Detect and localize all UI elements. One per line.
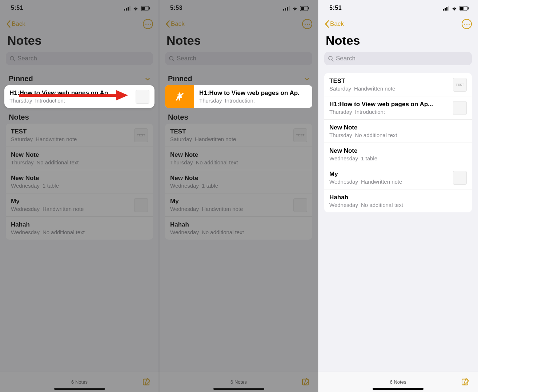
nav-bar: Back xyxy=(159,16,318,32)
note-row[interactable]: New NoteWednesday1 table xyxy=(324,143,472,166)
cellular-icon xyxy=(124,5,131,11)
note-row[interactable]: New NoteThursdayNo additional text xyxy=(6,147,153,170)
blank xyxy=(478,0,554,392)
compose-button[interactable] xyxy=(461,377,470,387)
search-input[interactable]: Search xyxy=(165,52,312,65)
home-indicator[interactable] xyxy=(373,388,423,390)
notes-header: Notes xyxy=(0,108,159,124)
status-indicators xyxy=(124,5,150,11)
notes-label: Notes xyxy=(168,113,188,121)
note-row[interactable]: HahahWednesdayNo additional text xyxy=(165,217,312,240)
search-placeholder: Search xyxy=(336,55,356,62)
note-meta: Wednesday1 table xyxy=(170,183,307,189)
status-indicators xyxy=(283,5,309,11)
note-title: New Note xyxy=(11,151,148,159)
note-title: Hahah xyxy=(11,221,148,228)
note-meta: WednesdayHandwritten note xyxy=(170,206,290,212)
note-title: TEST xyxy=(329,77,450,85)
battery-icon xyxy=(459,5,469,11)
note-title: Hahah xyxy=(170,221,307,228)
status-bar: 5:51 xyxy=(0,0,159,16)
svg-rect-13 xyxy=(285,8,286,11)
note-thumb-icon: TEST xyxy=(134,128,148,142)
svg-rect-14 xyxy=(287,7,288,11)
note-thumb-icon xyxy=(453,171,467,185)
note-row[interactable]: TESTSaturdayHandwritten noteTEST xyxy=(6,124,153,147)
back-label: Back xyxy=(330,20,344,28)
nav-bar: Back xyxy=(0,16,159,32)
svg-line-31 xyxy=(332,60,333,61)
svg-rect-29 xyxy=(468,7,469,9)
pinned-label: Pinned xyxy=(168,75,192,83)
note-meta: ThursdayIntroduction: xyxy=(329,109,450,115)
status-time: 5:51 xyxy=(329,5,342,11)
svg-rect-17 xyxy=(301,7,304,10)
chevron-down-icon xyxy=(145,75,150,83)
unpin-action[interactable] xyxy=(165,85,194,108)
notes-list: TESTSaturdayHandwritten noteTESTNew Note… xyxy=(165,124,312,240)
note-thumb-icon xyxy=(136,90,149,104)
svg-rect-25 xyxy=(446,7,447,11)
svg-line-8 xyxy=(13,60,15,61)
note-row[interactable]: New NoteThursdayNo additional text xyxy=(165,147,312,170)
note-meta: ThursdayNo additional text xyxy=(170,159,307,165)
more-button[interactable] xyxy=(143,19,153,29)
back-button[interactable]: Back xyxy=(165,20,185,28)
more-button[interactable] xyxy=(302,19,312,29)
note-row[interactable]: MyWednesdayHandwritten note xyxy=(324,166,472,189)
back-label: Back xyxy=(171,20,185,28)
svg-marker-10 xyxy=(116,90,128,100)
svg-rect-6 xyxy=(149,7,150,9)
note-title: TEST xyxy=(11,128,131,135)
home-indicator[interactable] xyxy=(54,388,105,390)
pinned-note-row[interactable]: H1:How to View web pages on Ap ThursdayI… xyxy=(4,85,154,108)
note-row[interactable]: New NoteThursdayNo additional text xyxy=(324,120,472,143)
pinned-header[interactable]: Pinned xyxy=(159,69,318,85)
more-button[interactable] xyxy=(462,19,472,29)
note-row[interactable]: TESTSaturdayHandwritten noteTEST xyxy=(324,73,472,96)
svg-rect-15 xyxy=(289,6,290,11)
note-row[interactable]: New NoteWednesday1 table xyxy=(6,170,153,193)
note-title: New Note xyxy=(170,151,307,159)
note-title: H1:How to View web pages on Ap. xyxy=(199,89,307,97)
back-button[interactable]: Back xyxy=(6,20,25,28)
note-meta: WednesdayNo additional text xyxy=(170,229,307,235)
notes-list: TESTSaturdayHandwritten noteTESTNew Note… xyxy=(6,124,153,240)
ellipsis-icon xyxy=(305,24,310,25)
svg-rect-12 xyxy=(283,9,284,11)
battery-icon xyxy=(300,5,309,11)
note-meta: SaturdayHandwritten note xyxy=(170,136,290,142)
svg-rect-23 xyxy=(443,9,444,11)
note-meta: WednesdayHandwritten note xyxy=(329,179,450,185)
note-row[interactable]: New NoteWednesday1 table xyxy=(165,170,312,193)
note-row[interactable]: MyWednesdayHandwritten note xyxy=(165,193,312,217)
pinned-note-swipe-row[interactable]: H1:How to View web pages on Ap. Thursday… xyxy=(165,85,312,108)
back-label: Back xyxy=(12,20,25,28)
compose-button[interactable] xyxy=(301,377,310,387)
note-title: My xyxy=(11,198,131,205)
toolbar: 6 Notes xyxy=(0,372,159,392)
note-row[interactable]: TESTSaturdayHandwritten noteTEST xyxy=(165,124,312,147)
status-bar: 5:51 xyxy=(318,0,478,16)
page-title: Notes xyxy=(318,32,478,51)
search-input[interactable]: Search xyxy=(324,52,472,65)
note-row[interactable]: HahahWednesdayNo additional text xyxy=(6,217,153,240)
note-row[interactable]: HahahWednesdayNo additional text xyxy=(324,189,472,212)
note-row[interactable]: MyWednesdayHandwritten note xyxy=(6,193,153,217)
svg-rect-24 xyxy=(445,8,446,11)
back-button[interactable]: Back xyxy=(324,20,344,28)
note-title: New Note xyxy=(329,147,467,155)
note-meta: Wednesday1 table xyxy=(329,155,467,161)
search-icon xyxy=(169,56,174,61)
search-input[interactable]: Search xyxy=(6,52,153,65)
nav-bar: Back xyxy=(318,16,478,32)
note-row[interactable]: H1:How to View web pages on Ap...Thursda… xyxy=(324,96,472,120)
pinned-header[interactable]: Pinned xyxy=(0,69,159,85)
compose-button[interactable] xyxy=(142,377,151,387)
notes-label: Notes xyxy=(9,113,29,121)
home-indicator[interactable] xyxy=(213,388,264,390)
note-meta: WednesdayNo additional text xyxy=(11,229,148,235)
note-thumb-icon xyxy=(453,101,467,115)
note-title: My xyxy=(170,198,290,205)
ellipsis-icon xyxy=(464,24,470,25)
